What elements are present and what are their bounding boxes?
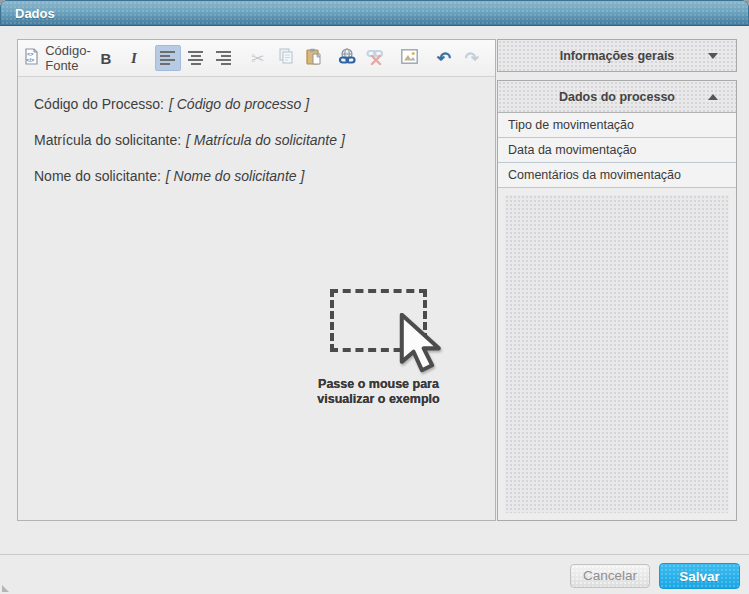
unlink-button[interactable] [363,45,389,71]
insert-image-button[interactable] [397,45,423,71]
cut-button[interactable]: ✂ [245,45,271,71]
link-button[interactable] [335,45,361,71]
italic-icon: I [131,50,137,67]
redo-icon: ↷ [465,50,479,67]
redo-button[interactable]: ↷ [459,45,485,71]
chevron-up-icon [708,94,718,100]
field-placeholder: [ Matrícula do solicitante ] [186,132,345,148]
rich-text-editor: <> </> Código-Fonte B I [17,39,496,521]
sidebar-item-comentarios-da-movimentacao[interactable]: Comentários da movimentação [498,163,736,188]
save-button[interactable]: Salvar [659,563,740,589]
accordion-header-dados-do-processo[interactable]: Dados do processo [498,81,736,113]
source-code-icon: <> </> [22,48,40,69]
align-center-button[interactable] [183,45,209,71]
field-label: Código do Processo: [34,96,164,112]
copy-icon [278,48,294,68]
sidebar-empty-area [498,188,736,520]
svg-text:</>: </> [27,57,35,63]
hover-example-image[interactable]: Passe o mouse para visualizar o exemplo [330,289,427,352]
accordion-label: Informações gerais [560,49,675,63]
paste-button[interactable] [301,45,327,71]
accordion-section-dados-do-processo: Dados do processo Tipo de movimentação D… [497,80,737,521]
editor-content[interactable]: Código do Processo:[ Código do processo … [18,77,495,521]
scissors-icon: ✂ [251,49,264,68]
align-left-button[interactable] [155,45,181,71]
field-placeholder: [ Código do processo ] [169,96,309,112]
bold-icon: B [101,50,112,67]
dialog-title: Dados [15,6,55,21]
dados-dialog: Dados <> </> Código-Fonte B [0,0,749,594]
example-caption: Passe o mouse para visualizar o exemplo [302,377,455,407]
field-placeholder: [ Nome do solicitante ] [166,168,305,184]
accordion-label: Dados do processo [559,90,675,104]
unlink-icon [366,48,385,69]
link-globe-icon [338,48,357,69]
image-icon [401,49,418,68]
clipboard-icon [305,48,322,69]
field-label: Matrícula do solicitante: [34,132,181,148]
field-line: Código do Processo:[ Código do processo … [34,95,479,113]
field-label: Nome do solicitante: [34,168,161,184]
cancel-button[interactable]: Cancelar [570,564,650,588]
editor-toolbar: <> </> Código-Fonte B I [18,40,495,77]
resize-handle[interactable] [2,585,9,592]
undo-icon: ↶ [437,50,451,67]
copy-button[interactable] [273,45,299,71]
bold-button[interactable]: B [93,45,119,71]
align-center-icon [188,51,203,65]
sidebar-item-data-da-movimentacao[interactable]: Data da movimentação [498,138,736,163]
align-right-icon [216,51,231,65]
field-line: Matrícula do solicitante:[ Matrícula do … [34,131,479,149]
field-line: Nome do solicitante:[ Nome do solicitant… [34,167,479,185]
dialog-titlebar[interactable]: Dados [0,0,749,26]
chevron-down-icon [708,53,718,59]
source-code-button[interactable]: <> </> Código-Fonte [28,45,85,71]
sidebar-item-tipo-de-movimentacao[interactable]: Tipo de movimentação [498,113,736,138]
mouse-cursor-icon [398,313,446,377]
source-code-label: Código-Fonte [45,43,91,73]
align-right-button[interactable] [211,45,237,71]
undo-button[interactable]: ↶ [431,45,457,71]
accordion-header-informacoes-gerais[interactable]: Informações gerais [497,39,737,72]
italic-button[interactable]: I [121,45,147,71]
align-left-icon [160,51,175,65]
footer-divider [0,554,749,555]
